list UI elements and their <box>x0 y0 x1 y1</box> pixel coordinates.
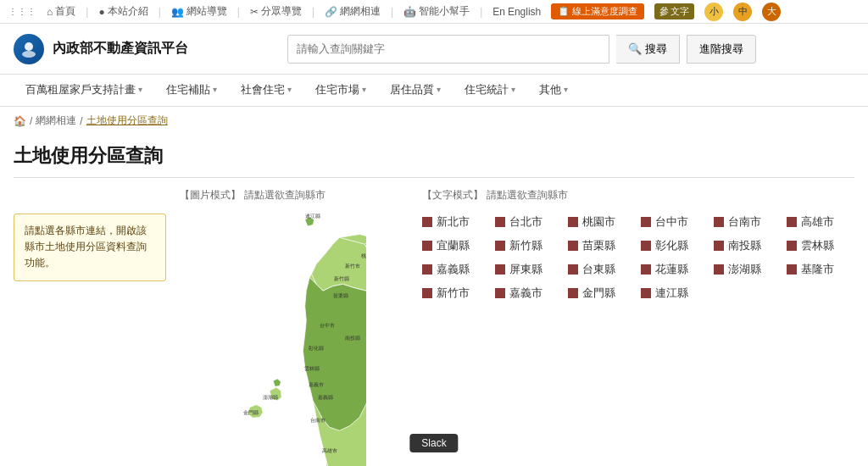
top-utility-bar: ⋮⋮⋮ ⌂ 首頁 | ● 本站介紹 | 👥 網站導覽 | ✂ 分眾導覽 | 🔗 … <box>0 0 868 24</box>
svg-text:苗栗縣: 苗栗縣 <box>333 293 348 298</box>
city-nantou[interactable]: 南投縣 <box>714 238 782 253</box>
nav-quality[interactable]: 居住品質 ▾ <box>378 75 453 107</box>
text-mode-bracket: 【文字模式】 <box>422 189 483 201</box>
city-keelung[interactable]: 基隆市 <box>787 262 854 277</box>
city-changhua[interactable]: 彰化縣 <box>641 238 709 253</box>
svg-text:新竹縣: 新竹縣 <box>334 275 349 281</box>
city-square-tainan <box>714 217 724 227</box>
city-label-lienchiang: 連江縣 <box>655 286 688 301</box>
english-link[interactable]: En English <box>492 6 541 18</box>
city-label-nantou: 南投縣 <box>728 238 761 253</box>
city-xinbei[interactable]: 新北市 <box>422 214 490 230</box>
city-grid: 新北市 台北市 桃園市 台中市 台南市 <box>422 214 854 301</box>
users-icon: ✂ <box>250 6 259 18</box>
nav-rental[interactable]: 百萬租屋家戶支持計畫 ▾ <box>14 75 154 107</box>
advanced-search-button[interactable]: 進階搜尋 <box>687 35 756 64</box>
text-size-button[interactable]: 參 文字 <box>654 3 694 19</box>
svg-text:台南市: 台南市 <box>310 417 326 423</box>
search-button[interactable]: 🔍 搜尋 <box>616 35 680 64</box>
city-square-taitung <box>568 264 578 275</box>
nav-stats-label: 住宅統計 <box>465 82 509 97</box>
sitemap-label: 網站導覽 <box>186 4 227 19</box>
taiwan-map[interactable]: 連江縣 基隆市 台北市 新北市 桃園市 新竹市 新竹縣 宜蘭縣 苗栗縣 台中市 … <box>180 208 400 466</box>
nav-subsidy[interactable]: 住宅補貼 ▾ <box>154 75 229 107</box>
assistant-link[interactable]: 🤖 智能小幫手 <box>403 4 470 19</box>
breadcrumb-network-link[interactable]: 網網相連 <box>36 114 76 128</box>
city-label-yunlin: 雲林縣 <box>801 238 834 253</box>
search-input[interactable] <box>287 35 609 64</box>
site-title: 內政部不動產資訊平台 <box>53 40 188 58</box>
city-pingtung[interactable]: 屏東縣 <box>495 262 563 277</box>
map-mode-title: 【圖片模式】 <box>180 189 241 201</box>
city-taoyuan[interactable]: 桃園市 <box>568 214 636 230</box>
city-hsinchu-city[interactable]: 新竹市 <box>422 286 490 301</box>
city-label-pingtung: 屏東縣 <box>509 262 542 277</box>
nav-market[interactable]: 住宅市場 ▾ <box>303 75 378 107</box>
city-label-xinbei: 新北市 <box>437 214 470 230</box>
sitemap-icon: 👥 <box>171 6 184 18</box>
map-section: 【圖片模式】 請點選欲查詢縣市 <box>180 188 400 466</box>
city-hualien[interactable]: 花蓮縣 <box>641 262 709 277</box>
city-taipei[interactable]: 台北市 <box>495 214 563 230</box>
nav-stats[interactable]: 住宅統計 ▾ <box>453 75 527 107</box>
nav-social-arrow: ▾ <box>287 85 292 94</box>
svg-text:彰化縣: 彰化縣 <box>309 345 324 351</box>
svg-text:連江縣: 連江縣 <box>305 214 320 219</box>
city-square-xinbei <box>422 217 432 227</box>
city-kinmen[interactable]: 金門縣 <box>568 286 636 301</box>
city-kaohsiung[interactable]: 高雄市 <box>787 214 854 230</box>
city-taitung[interactable]: 台東縣 <box>568 262 636 277</box>
city-taichung[interactable]: 台中市 <box>641 214 709 230</box>
nav-rental-arrow: ▾ <box>138 85 142 94</box>
font-large-label: 大 <box>767 5 776 18</box>
city-square-chiayi-c <box>422 264 432 275</box>
nav-quality-arrow: ▾ <box>437 85 441 94</box>
city-miaoli[interactable]: 苗栗縣 <box>568 238 636 253</box>
nav-quality-label: 居住品質 <box>390 82 434 97</box>
english-label: English <box>508 6 541 18</box>
instruction-text: 請點選各縣市連結，開啟該縣市土地使用分區資料查詢功能。 <box>25 225 147 269</box>
audience-link[interactable]: ✂ 分眾導覽 <box>250 4 302 19</box>
text-icon: 參 <box>659 5 669 18</box>
info-icon: ● <box>98 6 104 18</box>
city-square-penghu <box>714 264 724 275</box>
home-link[interactable]: ⌂ 首頁 <box>47 4 75 19</box>
font-medium-button[interactable]: 中 <box>733 3 752 21</box>
city-square-taoyuan <box>568 217 578 227</box>
nav-other-label: 其他 <box>539 82 561 97</box>
nav-other[interactable]: 其他 ▾ <box>527 75 580 107</box>
city-chiayi-city[interactable]: 嘉義市 <box>495 286 563 301</box>
search-label: 搜尋 <box>645 42 667 57</box>
city-label-taitung: 台東縣 <box>582 262 615 277</box>
city-tainan[interactable]: 台南市 <box>714 214 782 230</box>
city-square-taipei <box>495 217 505 227</box>
city-label-taichung: 台中市 <box>655 214 688 230</box>
about-link[interactable]: ● 本站介紹 <box>98 4 147 19</box>
font-small-button[interactable]: 小 <box>704 3 723 21</box>
city-lienchiang[interactable]: 連江縣 <box>641 286 709 301</box>
advanced-label: 進階搜尋 <box>699 42 743 55</box>
satisfaction-button[interactable]: 📋 線上滿意度調查 <box>551 3 644 19</box>
city-penghu[interactable]: 澎湖縣 <box>714 262 782 277</box>
nav-social-housing[interactable]: 社會住宅 ▾ <box>229 75 303 107</box>
city-hsinchu-county[interactable]: 新竹縣 <box>495 238 563 253</box>
slack-badge: Slack <box>409 434 458 452</box>
font-medium-label: 中 <box>738 5 748 18</box>
city-chiayi-county[interactable]: 嘉義縣 <box>422 262 490 277</box>
city-square-pingtung <box>495 264 505 275</box>
city-label-penghu: 澎湖縣 <box>728 262 761 277</box>
search-icon: 🔍 <box>628 42 642 55</box>
network-link[interactable]: 🔗 網網相連 <box>325 4 381 19</box>
sitemap-link[interactable]: 👥 網站導覽 <box>171 4 227 19</box>
search-area: 🔍 搜尋 進階搜尋 <box>188 35 854 64</box>
city-square-kinmen <box>568 288 578 298</box>
city-label-tainan: 台南市 <box>728 214 761 230</box>
city-square-changhua <box>641 241 651 251</box>
city-yilan[interactable]: 宜蘭縣 <box>422 238 490 253</box>
city-yunlin[interactable]: 雲林縣 <box>787 238 854 253</box>
city-label-kinmen: 金門縣 <box>582 286 615 301</box>
nav-subsidy-arrow: ▾ <box>213 85 217 94</box>
page-content: 土地使用分區查詢 請點選各縣市連結，開啟該縣市土地使用分區資料查詢功能。 【圖片… <box>0 135 868 466</box>
svg-text:桃園市: 桃園市 <box>362 252 367 258</box>
font-large-button[interactable]: 大 <box>762 3 781 21</box>
